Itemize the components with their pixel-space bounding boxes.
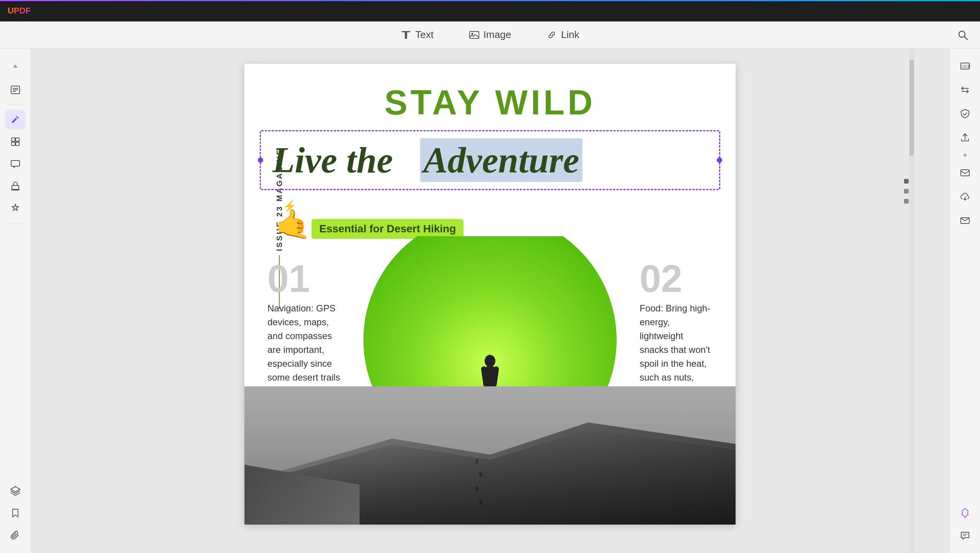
top-toolbar: Text Image Link xyxy=(0,22,980,48)
attachment-icon[interactable] xyxy=(5,525,25,545)
dot-3 xyxy=(904,199,909,204)
content-area: ISSUE 23 MAGAZINE STAY WILD Live the Adv… xyxy=(31,48,949,553)
dot-2 xyxy=(904,189,909,194)
cloud-save-icon[interactable] xyxy=(955,187,975,207)
svg-rect-12 xyxy=(12,142,15,146)
image-tool-label: Image xyxy=(483,29,511,41)
selected-text-element[interactable]: Live the Adventure xyxy=(260,130,720,190)
svg-point-3 xyxy=(471,33,473,35)
layers-icon[interactable] xyxy=(5,481,25,501)
mail-icon[interactable] xyxy=(955,210,975,230)
send-icon[interactable] xyxy=(955,163,975,183)
right-sidebar: OCR xyxy=(949,48,980,553)
image-tool-icon xyxy=(469,30,480,40)
main-area: ISSUE 23 MAGAZINE STAY WILD Live the Adv… xyxy=(0,48,980,553)
bookmark-icon[interactable] xyxy=(5,503,25,523)
adventure-highlight-text: Adventure xyxy=(420,138,582,182)
svg-text:OCR: OCR xyxy=(962,65,970,69)
convert-icon[interactable] xyxy=(955,80,975,100)
title-bar: UPDF xyxy=(0,0,980,22)
app-logo: UPDF xyxy=(8,6,31,16)
ai-icon[interactable] xyxy=(955,503,975,523)
reader-mode-icon[interactable] xyxy=(5,80,25,100)
adventure-text: Live the Adventure xyxy=(272,139,582,181)
hand-emoji: 🤙 xyxy=(275,207,311,241)
stamp-icon[interactable] xyxy=(5,176,25,196)
footprints xyxy=(475,459,478,505)
chat-icon[interactable] xyxy=(955,525,975,545)
search-button[interactable] xyxy=(957,29,968,41)
scrollbar-thumb[interactable] xyxy=(909,60,914,156)
sidebar-divider-2 xyxy=(8,223,23,224)
main-title: STAY WILD xyxy=(244,64,736,123)
pdf-page: ISSUE 23 MAGAZINE STAY WILD Live the Adv… xyxy=(244,64,736,525)
scroll-up-button[interactable] xyxy=(5,56,25,76)
text-tool-icon xyxy=(401,30,411,40)
svg-rect-13 xyxy=(16,142,19,146)
right-sidebar-bottom xyxy=(955,503,975,545)
link-tool-button[interactable]: Link xyxy=(540,26,586,44)
desert-landscape xyxy=(244,386,736,525)
ocr-icon[interactable]: OCR xyxy=(955,56,975,76)
svg-rect-1 xyxy=(405,31,407,39)
protect-icon[interactable] xyxy=(955,104,975,124)
share-icon[interactable] xyxy=(955,127,975,147)
svg-line-5 xyxy=(964,36,967,40)
scroll-dots xyxy=(904,179,909,204)
edit-pdf-icon[interactable] xyxy=(5,109,25,129)
text-tool-button[interactable]: Text xyxy=(394,26,440,44)
scrollbar-track[interactable] xyxy=(909,48,914,553)
left-sidebar xyxy=(0,48,31,553)
link-tool-label: Link xyxy=(561,29,579,41)
text-tool-label: Text xyxy=(415,29,434,41)
number-01: 01 xyxy=(267,259,340,298)
right-dot-divider-1 xyxy=(964,154,967,157)
svg-rect-15 xyxy=(12,185,19,189)
smart-tools-icon[interactable] xyxy=(5,199,25,219)
svg-rect-10 xyxy=(12,138,15,141)
image-tool-button[interactable]: Image xyxy=(463,26,517,44)
sidebar-divider-1 xyxy=(8,104,23,105)
live-the-text: Live the xyxy=(272,140,393,180)
link-tool-icon xyxy=(546,30,557,40)
dot-1 xyxy=(904,179,909,184)
number-02: 02 xyxy=(640,259,713,298)
svg-rect-11 xyxy=(16,138,19,141)
comment-icon[interactable] xyxy=(5,154,25,174)
svg-rect-14 xyxy=(11,161,20,166)
svg-rect-25 xyxy=(961,170,969,176)
svg-point-17 xyxy=(485,355,495,367)
organize-pages-icon[interactable] xyxy=(5,132,25,152)
